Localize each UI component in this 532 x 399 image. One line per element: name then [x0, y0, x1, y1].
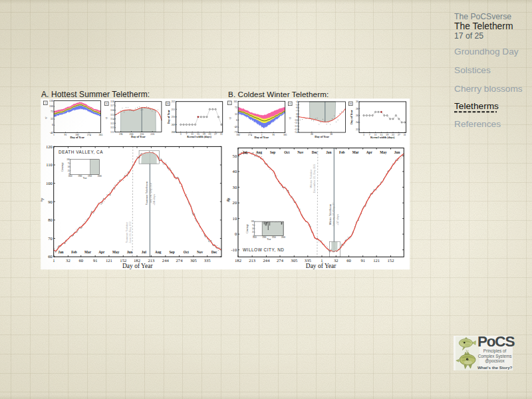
svg-text:75: 75: [68, 162, 70, 164]
svg-text:182: 182: [134, 257, 140, 262]
svg-text:10: 10: [233, 215, 237, 220]
svg-text:-4: -4: [295, 100, 297, 103]
svg-text:i: i: [45, 102, 46, 104]
svg-text:208: 208: [172, 131, 176, 134]
svg-text:Dec: Dec: [312, 150, 318, 154]
svg-text:Jul: Jul: [243, 150, 248, 154]
svg-text:2000: 2000: [281, 236, 286, 239]
svg-text:1900: 1900: [262, 236, 267, 239]
svg-text:91: 91: [64, 133, 66, 136]
svg-text:30: 30: [330, 133, 332, 136]
svg-text:-40: -40: [234, 126, 237, 128]
svg-text:°F: °F: [289, 117, 292, 120]
svg-text:210: 210: [172, 116, 176, 118]
svg-text:91: 91: [93, 257, 98, 262]
svg-text:32: 32: [235, 113, 237, 116]
svg-text:72: 72: [235, 106, 237, 108]
svg-text:Nov: Nov: [197, 250, 203, 254]
svg-text:212: 212: [172, 100, 176, 102]
svg-text:-5: -5: [295, 103, 297, 106]
svg-text:Oct: Oct: [184, 250, 189, 254]
svg-text:305: 305: [190, 257, 198, 262]
svg-text:Summer Teletherm: Summer Teletherm: [145, 181, 148, 205]
svg-text:iii: iii: [167, 102, 169, 105]
svg-text:1: 1: [53, 133, 55, 136]
svg-text:182: 182: [236, 133, 240, 136]
svg-text:274: 274: [87, 133, 91, 136]
svg-text:335: 335: [305, 257, 312, 262]
svg-text:Day of Year: Day of Year: [70, 135, 84, 138]
svg-text:July 26, Day 210: July 26, Day 210: [149, 182, 152, 203]
svg-text:25: 25: [68, 169, 70, 172]
svg-text:Apr: Apr: [366, 150, 373, 154]
svg-text:°F: °F: [226, 198, 231, 202]
svg-text:3: 3: [180, 133, 182, 136]
svg-text:1850: 1850: [253, 236, 257, 239]
svg-text:20: 20: [233, 200, 237, 205]
svg-text:115: 115: [110, 113, 114, 116]
svg-text:+38 days: +38 days: [152, 194, 156, 205]
svg-text:1850: 1850: [68, 174, 73, 177]
svg-text:50: 50: [252, 227, 255, 229]
svg-text:Day of Year: Day of Year: [255, 135, 269, 138]
svg-text:110: 110: [46, 162, 53, 167]
svg-text:70: 70: [48, 235, 53, 240]
svg-text:-10: -10: [231, 247, 237, 252]
svg-text:60: 60: [78, 257, 83, 262]
svg-text:Day of Year: Day of Year: [315, 135, 329, 138]
svg-text:120: 120: [46, 144, 53, 148]
svg-text:100: 100: [49, 105, 53, 108]
svg-text:Day of Year: Day of Year: [167, 109, 170, 124]
svg-text:WILLOW CITY, ND: WILLOW CITY, ND: [243, 247, 284, 252]
svg-text:28: 28: [356, 107, 358, 110]
svg-text:Mar: Mar: [84, 250, 92, 254]
svg-text:50: 50: [233, 153, 237, 158]
svg-text:274: 274: [277, 257, 284, 262]
svg-text:Mar: Mar: [352, 150, 360, 154]
svg-text:91: 91: [272, 133, 275, 136]
svg-text:Kernel width (days): Kernel width (days): [370, 135, 395, 138]
svg-text:Jan: Jan: [58, 250, 63, 254]
svg-text:Day of Year: Day of Year: [306, 263, 336, 269]
svg-text:1: 1: [53, 257, 55, 262]
svg-text:Sep: Sep: [270, 150, 275, 154]
svg-text:112: 112: [110, 126, 114, 129]
svg-text:°F: °F: [45, 116, 48, 119]
svg-text:31: 31: [404, 133, 406, 136]
svg-text:209: 209: [172, 123, 176, 126]
svg-text:December 21, Day 355: December 21, Day 355: [313, 164, 316, 193]
svg-text:25: 25: [252, 231, 255, 233]
svg-text:116: 116: [110, 109, 114, 112]
svg-text:Winter Teletherm: Winter Teletherm: [329, 203, 332, 225]
svg-text:100: 100: [66, 158, 70, 160]
svg-text:Jan: Jan: [326, 150, 331, 154]
svg-text:June 21, Day 172: June 21, Day 172: [128, 221, 132, 243]
svg-text:211: 211: [172, 108, 176, 110]
svg-text:26: 26: [356, 114, 358, 116]
svg-text:+37 days: +37 days: [336, 213, 339, 225]
svg-text:117: 117: [110, 104, 114, 107]
svg-text:274: 274: [248, 133, 252, 136]
svg-text:°F: °F: [41, 198, 45, 202]
svg-text:121: 121: [106, 257, 112, 262]
svg-text:DEATH VALLEY, CA: DEATH VALLEY, CA: [59, 150, 103, 154]
svg-text:27: 27: [398, 133, 400, 136]
svg-text:121: 121: [373, 257, 380, 262]
svg-text:-7: -7: [295, 110, 297, 112]
svg-text:60: 60: [346, 257, 351, 262]
svg-text:-13: -13: [294, 128, 297, 130]
svg-text:ii: ii: [289, 102, 291, 105]
svg-text:113: 113: [110, 122, 114, 124]
svg-text:22: 22: [356, 128, 358, 130]
svg-text:1950: 1950: [88, 174, 92, 177]
svg-text:365: 365: [99, 133, 103, 136]
svg-text:213: 213: [249, 257, 256, 262]
svg-text:335: 335: [204, 257, 211, 262]
svg-text:24: 24: [356, 121, 358, 124]
svg-text:274: 274: [176, 257, 184, 262]
svg-text:-9: -9: [295, 116, 297, 118]
svg-text:i: i: [229, 102, 230, 104]
svg-text:1: 1: [321, 257, 323, 262]
svg-text:°F: °F: [229, 117, 232, 120]
svg-text:27: 27: [214, 133, 217, 136]
